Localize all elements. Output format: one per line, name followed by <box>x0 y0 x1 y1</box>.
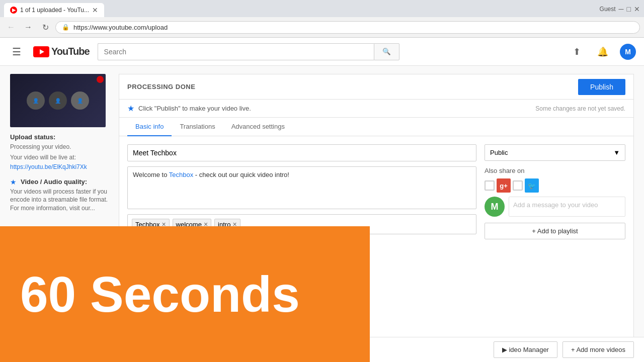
tab-translations[interactable]: Translations <box>172 118 223 136</box>
publish-hint: Click "Publish" to make your video live. <box>138 105 251 112</box>
share-message-input[interactable]: Add a message to your video <box>509 197 625 217</box>
browser-toolbar: ← → ↻ 🔒 https://www.youtube.com/upload <box>0 17 644 37</box>
visibility-chevron: ▼ <box>613 149 620 156</box>
upload-status: Upload status: Processing your video. Yo… <box>10 133 111 171</box>
youtube-logo-icon <box>33 46 49 57</box>
techbox-link[interactable]: Techbox <box>169 171 193 178</box>
title-input[interactable] <box>127 144 476 161</box>
tab-close-button[interactable]: ✕ <box>92 6 98 14</box>
header-actions: ⬆ 🔔 M <box>568 43 636 61</box>
not-saved-text: Some changes are not yet saved. <box>535 105 625 112</box>
minimize-button[interactable]: ─ <box>619 5 624 13</box>
quality-title: Video / Audio quality: <box>21 178 87 186</box>
forward-button[interactable]: → <box>21 20 35 34</box>
quality-header: ★ Video / Audio quality: <box>10 178 111 188</box>
person-1: 👤 <box>27 92 45 110</box>
refresh-button[interactable]: ↻ <box>38 20 52 34</box>
tab-advanced-settings[interactable]: Advanced settings <box>223 118 293 136</box>
description-field[interactable]: Welcome to Techbox - check out our quick… <box>127 166 476 209</box>
youtube-header: ☰ YouTube 🔍 ⬆ 🔔 M <box>0 38 644 66</box>
video-live-label: Your video will be live at: <box>10 153 111 162</box>
youtube-logo[interactable]: YouTube <box>33 46 90 57</box>
person-3: 👤 <box>71 92 89 110</box>
twitter-checkbox[interactable] <box>513 180 523 191</box>
social-icons-row: g+ 🐦 <box>485 178 625 193</box>
restore-button[interactable]: □ <box>627 5 631 13</box>
quality-section: ★ Video / Audio quality: Your videos wil… <box>10 178 111 213</box>
browser-titlebar: ▶ 1 of 1 uploaded - YouTu... ✕ Guest ─ □… <box>0 0 644 17</box>
form-row-main: Welcome to Techbox - check out our quick… <box>127 144 625 239</box>
processing-bar: PROCESSING DONE Publish <box>119 74 633 100</box>
twitter-icon[interactable]: 🐦 <box>525 178 539 193</box>
search-input[interactable] <box>98 43 374 60</box>
add-more-videos-button[interactable]: + Add more videos <box>562 341 634 358</box>
upload-status-title: Upload status: <box>10 133 111 141</box>
info-bar: ★ Click "Publish" to make your video liv… <box>119 100 633 118</box>
google-plus-icon[interactable]: g+ <box>497 178 511 193</box>
add-to-playlist-button[interactable]: + Add to playlist <box>485 223 625 239</box>
video-manager-label: ▶ ideo Manager <box>502 346 549 353</box>
avatar[interactable]: M <box>620 44 636 60</box>
address-text: https://www.youtube.com/upload <box>73 24 168 31</box>
person-2: 👤 <box>49 92 67 110</box>
video-thumbnail: 👤 👤 👤 <box>10 74 106 127</box>
back-button[interactable]: ← <box>4 20 18 34</box>
gplus-checkbox[interactable] <box>485 180 495 191</box>
upload-button[interactable]: ⬆ <box>568 43 586 61</box>
publish-star-icon: ★ <box>127 104 134 113</box>
main-content: 👤 👤 👤 Upload status: Processing your vid… <box>0 66 644 362</box>
notifications-button[interactable]: 🔔 <box>594 43 612 61</box>
search-button[interactable]: 🔍 <box>374 43 399 60</box>
orange-overlay: 60 Seconds <box>0 226 370 362</box>
secure-icon: 🔒 <box>62 24 69 31</box>
tab-favicon: ▶ <box>10 7 17 14</box>
close-button[interactable]: ✕ <box>634 5 640 13</box>
address-bar[interactable]: 🔒 https://www.youtube.com/upload <box>55 21 640 34</box>
video-url-link[interactable]: https://youtu.be/ElKqJhki7Xk <box>10 163 87 170</box>
search-bar: 🔍 <box>98 43 399 60</box>
youtube-logo-text: YouTube <box>51 46 90 57</box>
overlay-text: 60 Seconds <box>20 269 300 319</box>
tab-basic-info[interactable]: Basic info <box>127 118 172 136</box>
visibility-value: Public <box>490 149 508 156</box>
share-row: M Add a message to your video <box>485 197 625 217</box>
menu-icon[interactable]: ☰ <box>8 42 25 62</box>
rec-indicator <box>97 76 104 83</box>
share-message-placeholder: Add a message to your video <box>513 201 598 209</box>
share-avatar: M <box>485 197 505 217</box>
browser-chrome: ▶ 1 of 1 uploaded - YouTu... ✕ Guest ─ □… <box>0 0 644 38</box>
thumbnail-inner: 👤 👤 👤 <box>10 74 106 127</box>
processing-done-text: PROCESSING DONE <box>127 83 195 90</box>
publish-button[interactable]: Publish <box>578 79 625 95</box>
upload-status-text: Processing your video. <box>10 143 111 151</box>
video-manager-button[interactable]: ▶ ideo Manager <box>494 341 557 358</box>
visibility-select[interactable]: Public ▼ <box>485 144 625 161</box>
also-share-label: Also share on <box>485 167 625 174</box>
form-side-col: Public ▼ Also share on g+ 🐦 M <box>485 144 625 239</box>
browser-tab: ▶ 1 of 1 uploaded - YouTu... ✕ <box>4 3 104 17</box>
tab-title: 1 of 1 uploaded - YouTu... <box>20 7 89 14</box>
search-container: 🔍 <box>98 43 559 60</box>
info-bar-left: ★ Click "Publish" to make your video liv… <box>127 104 251 113</box>
quality-star-icon: ★ <box>10 178 17 186</box>
tabs-bar: Basic info Translations Advanced setting… <box>119 118 633 136</box>
user-label: Guest <box>600 6 616 13</box>
quality-text: Your videos will process faster if you e… <box>10 188 111 213</box>
form-main-col: Welcome to Techbox - check out our quick… <box>127 144 476 239</box>
